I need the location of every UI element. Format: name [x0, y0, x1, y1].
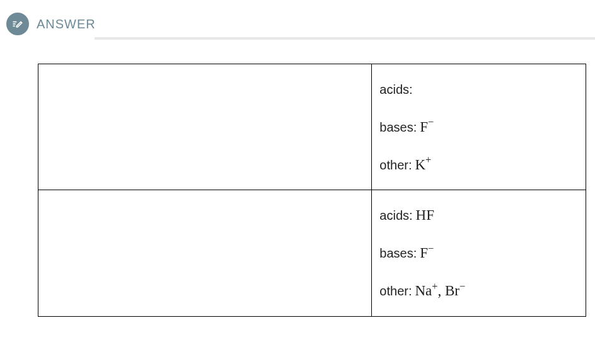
row0-other-line: other: K+ [379, 146, 578, 184]
acids-label: acids: [379, 82, 412, 96]
acids-value: HF [416, 207, 434, 223]
row1-bases-line: bases: F− [379, 234, 578, 272]
row0-right-cell: acids: bases: F− other: K+ [372, 64, 586, 190]
row0-left-cell [38, 64, 372, 190]
header-divider [95, 37, 595, 40]
row0-bases-line: bases: F− [379, 108, 578, 146]
bases-label: bases: [379, 246, 417, 260]
other-value: K+ [415, 157, 431, 173]
row1-right-cell: acids: HF bases: F− other: Na+, Br− [372, 190, 586, 316]
answer-title: ANSWER [37, 17, 96, 31]
other-value: Na+, Br− [415, 283, 465, 299]
content-area: acids: bases: F− other: K+ acids: [0, 35, 595, 317]
other-label: other: [379, 158, 412, 172]
other-label: other: [379, 284, 412, 298]
row1-acids-line: acids: HF [379, 196, 578, 234]
pencil-note-icon [6, 13, 29, 35]
row1-left-cell [38, 190, 372, 316]
answer-table: acids: bases: F− other: K+ acids: [38, 64, 586, 317]
bases-value: F− [420, 119, 434, 135]
table-row: acids: bases: F− other: K+ [38, 64, 586, 190]
bases-value: F− [420, 245, 434, 261]
row1-other-line: other: Na+, Br− [379, 272, 578, 310]
answer-header: ANSWER [0, 0, 595, 35]
table-row: acids: HF bases: F− other: Na+, Br− [38, 190, 586, 316]
row0-acids-line: acids: [379, 71, 578, 108]
bases-label: bases: [379, 120, 417, 134]
acids-label: acids: [379, 208, 412, 222]
